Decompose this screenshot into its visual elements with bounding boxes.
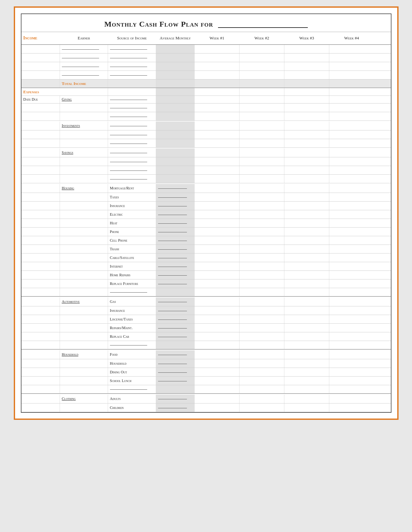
housing-item-furniture: Replace Furniture: [110, 281, 138, 286]
header-avg: Average Monthly: [156, 34, 195, 42]
housing-label: Housing: [62, 186, 74, 191]
title-row: Monthly Cash Flow Plan for: [21, 14, 391, 32]
giving-label: Giving: [62, 97, 72, 102]
header-row: Income Earner Source of Income Average M…: [21, 32, 391, 45]
savings-header-row: Savings: [21, 148, 391, 157]
automotive-row-replace: Replace Car: [21, 332, 391, 341]
outer-border: Monthly Cash Flow Plan for Income Earner…: [14, 6, 399, 420]
automotive-item-repairs: Repairs/Maint.: [110, 326, 133, 330]
header-earner: Earner: [60, 34, 108, 42]
household-item-dining: Dining Out: [110, 370, 127, 375]
total-income-label: Total Income: [62, 81, 86, 86]
savings-row-2: [21, 166, 391, 175]
investments-row-2: [21, 139, 391, 148]
income-col2: [60, 45, 108, 53]
inner-border: Monthly Cash Flow Plan for Income Earner…: [21, 13, 391, 413]
total-income-row: Total Income: [21, 79, 391, 88]
header-week3: Week #3: [284, 34, 329, 42]
expenses-header-row: Expenses: [21, 88, 391, 96]
giving-row-2: [21, 112, 391, 121]
savings-row-1: [21, 157, 391, 166]
housing-row-trash: Trash: [21, 245, 391, 254]
household-label: Household: [62, 352, 79, 357]
housing-row-furniture: Replace Furniture: [21, 279, 391, 288]
household-item-household: Household: [110, 361, 127, 366]
automotive-row-repairs: Repairs/Maint.: [21, 324, 391, 332]
page-title: Monthly Cash Flow Plan for: [25, 19, 388, 29]
housing-row-mortgage: Housing Mortgage/Rent: [21, 184, 391, 193]
automotive-row-insurance: Insurance: [21, 306, 391, 315]
housing-row-cable: Cable/Satellite: [21, 254, 391, 262]
housing-item-mortgage: Mortgage/Rent: [110, 186, 134, 191]
clothing-item-adults: Adults: [110, 396, 121, 401]
expenses-label: Expenses: [23, 89, 39, 95]
income-row-1: [21, 45, 391, 54]
housing-row-taxes: Taxes: [21, 193, 391, 202]
header-week2: Week #2: [240, 34, 284, 42]
household-row-food: Household Food: [21, 350, 391, 359]
income-row-4: [21, 71, 391, 79]
automotive-blank-row: [21, 341, 391, 350]
housing-row-heat: Heat: [21, 219, 391, 228]
housing-item-repairs: Home Repairs: [110, 273, 130, 278]
housing-item-heat: Heat: [110, 221, 117, 226]
income-col5: [195, 45, 240, 53]
automotive-item-replace: Replace Car: [110, 334, 129, 339]
automotive-item-insurance: Insurance: [110, 308, 125, 313]
housing-item-trash: Trash: [110, 247, 119, 252]
housing-item-electric: Electric: [110, 212, 123, 217]
housing-item-cable: Cable/Satellite: [110, 255, 134, 260]
income-row-3: [21, 62, 391, 71]
income-col7: [284, 45, 329, 53]
clothing-item-children: Children: [110, 405, 124, 410]
housing-row-repairs: Home Repairs: [21, 271, 391, 279]
header-week4: Week #4: [329, 34, 374, 42]
header-source: Source of Income: [108, 34, 156, 42]
automotive-item-gas: Gas: [110, 299, 116, 304]
title-underline: [218, 19, 308, 28]
savings-row-3: [21, 175, 391, 183]
header-week1: Week #1: [195, 34, 240, 42]
housing-item-cellphone: Cell Phone: [110, 238, 128, 243]
housing-item-taxes: Taxes: [110, 195, 119, 200]
income-col6: [240, 45, 284, 53]
housing-row-internet: Internet: [21, 262, 391, 271]
household-row-dining: Dining Out: [21, 368, 391, 377]
automotive-row-license: Liscense/Taxes: [21, 315, 391, 324]
housing-row-phone: Phone: [21, 228, 391, 236]
housing-item-internet: Internet: [110, 264, 123, 269]
household-row-household: Household: [21, 359, 391, 368]
housing-item-insurance: Insurance: [110, 204, 125, 208]
income-col8: [329, 45, 374, 53]
clothing-label: Clothing: [62, 396, 76, 401]
automotive-row-gas: Automotive Gas: [21, 297, 391, 306]
savings-label: Savings: [62, 150, 73, 155]
income-col1: [21, 45, 60, 53]
clothing-row-adults: Clothing Adults: [21, 395, 391, 403]
household-blank-row: [21, 385, 391, 394]
investments-label: Investments: [62, 123, 80, 128]
household-item-food: Food: [110, 352, 118, 357]
automotive-item-license: Liscense/Taxes: [110, 317, 133, 322]
date-due-label: Date Due: [23, 97, 38, 102]
giving-header-row: Date Due Giving: [21, 96, 391, 104]
investments-header-row: Investments: [21, 121, 391, 130]
housing-row-insurance: Insurance: [21, 202, 391, 210]
housing-blank-row: [21, 288, 391, 297]
giving-row-1: [21, 104, 391, 112]
housing-item-phone: Phone: [110, 229, 119, 234]
housing-row-cellphone: Cell Phone: [21, 236, 391, 245]
income-col4: [156, 45, 195, 53]
clothing-row-children: Children: [21, 403, 391, 412]
housing-row-electric: Electric: [21, 210, 391, 219]
header-income: Income: [21, 34, 60, 42]
income-row-2: [21, 54, 391, 62]
income-col3: [108, 45, 156, 53]
household-row-lunch: School Lunch: [21, 377, 391, 385]
automotive-label: Automotive: [62, 299, 80, 304]
household-item-lunch: School Lunch: [110, 378, 131, 383]
investments-row-1: [21, 130, 391, 139]
